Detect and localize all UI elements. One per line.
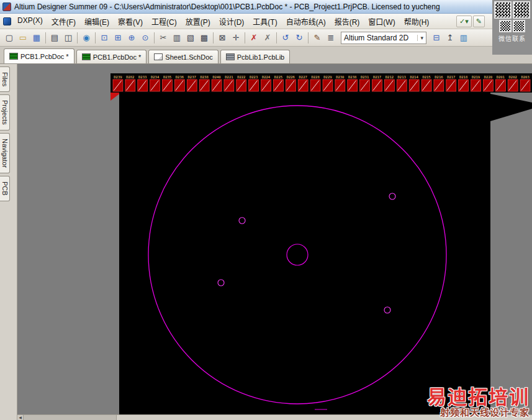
- open-document-button[interactable]: ▭: [16, 31, 30, 45]
- component-D202[interactable]: D202: [508, 75, 518, 91]
- doc-tab-label: Sheet1.SchDoc: [165, 53, 212, 61]
- panel-tab-projects[interactable]: Projects: [0, 94, 10, 130]
- component-D240[interactable]: D240: [212, 75, 222, 91]
- component-D219[interactable]: D219: [471, 75, 481, 91]
- menu-item-4[interactable]: 工程(C): [147, 14, 181, 29]
- component-D203[interactable]: D203: [520, 75, 530, 91]
- component-D215[interactable]: D215: [422, 75, 431, 91]
- panel-tab-navigator[interactable]: Navigator: [0, 133, 10, 173]
- component-D239[interactable]: D239: [113, 75, 123, 91]
- component-D226[interactable]: D226: [286, 75, 295, 91]
- menu-item-8[interactable]: 自动布线(A): [282, 14, 330, 29]
- svg-text:D230: D230: [336, 75, 344, 79]
- component-D229[interactable]: D229: [323, 75, 333, 91]
- print-preview-button[interactable]: ◫: [61, 31, 75, 45]
- view-style-dropdown[interactable]: Altium Standard 2D▾: [341, 32, 426, 44]
- zoom-selected-button[interactable]: ⊕: [125, 31, 138, 45]
- component-D234[interactable]: D234: [150, 75, 160, 91]
- component-D221[interactable]: D221: [224, 75, 234, 91]
- copy-button[interactable]: ▥: [170, 31, 184, 45]
- cut-button[interactable]: ✂: [156, 31, 170, 45]
- cross-probe-button[interactable]: ▥: [457, 31, 471, 45]
- up-hierarchy-button[interactable]: ↥: [443, 31, 457, 45]
- svg-text:D234: D234: [151, 75, 160, 79]
- component-D217[interactable]: D217: [372, 75, 382, 91]
- component-D223[interactable]: D223: [249, 75, 259, 91]
- find-similar-button[interactable]: ≣: [324, 31, 338, 45]
- new-document-button[interactable]: ▢: [2, 31, 16, 45]
- component-D282[interactable]: D282: [125, 75, 135, 91]
- paste-array-button[interactable]: ▩: [197, 31, 211, 45]
- zoom-fit-button[interactable]: ⊞: [111, 31, 125, 45]
- document-tabbar: PCB1.PcbDoc *PCB1.PcbDoc *Sheet1.SchDocP…: [0, 47, 532, 64]
- menu-item-10[interactable]: 窗口(W): [364, 14, 399, 29]
- toolbar-separator: [95, 32, 96, 43]
- menu-item-5[interactable]: 放置(P): [181, 14, 215, 29]
- paste-button[interactable]: ▧: [184, 31, 197, 45]
- component-D238[interactable]: D238: [199, 75, 209, 91]
- qr-row: [499, 20, 525, 32]
- component-D235[interactable]: D235: [163, 75, 173, 91]
- menu-item-1[interactable]: 文件(F): [47, 14, 80, 29]
- save-document-button[interactable]: ▦: [30, 31, 43, 45]
- print-button[interactable]: ▤: [48, 31, 61, 45]
- svg-text:D214: D214: [410, 75, 418, 79]
- component-D216[interactable]: D216: [434, 75, 444, 91]
- component-D218[interactable]: D218: [459, 75, 469, 91]
- panel-tab-strip: FilesProjectsNavigatorPCB: [0, 64, 17, 420]
- open-browser-button[interactable]: ◉: [79, 31, 93, 45]
- validate-check-dropdown-button[interactable]: ✓▾: [456, 16, 472, 27]
- svg-text:D215: D215: [422, 75, 430, 79]
- component-D220[interactable]: D220: [484, 75, 494, 91]
- undo-button[interactable]: ↺: [279, 31, 292, 45]
- pcb-drawing[interactable]: D239D282D233D234D235D236D237D238D240D221…: [17, 64, 532, 420]
- component-D212[interactable]: D212: [384, 75, 394, 91]
- component-D214[interactable]: D214: [409, 75, 419, 91]
- menu-item-0[interactable]: DXP(X): [13, 14, 47, 29]
- redo-button[interactable]: ↻: [292, 31, 306, 45]
- menu-item-11[interactable]: 帮助(H): [400, 14, 434, 29]
- component-D231[interactable]: D231: [360, 75, 370, 91]
- scroll-left-button[interactable]: ◀: [17, 415, 24, 420]
- component-D233[interactable]: D233: [138, 75, 148, 91]
- zoom-window-button[interactable]: ⊡: [97, 31, 111, 45]
- doc-tab-0[interactable]: PCB1.PcbDoc *: [4, 48, 74, 63]
- browse-library-button[interactable]: ⊟: [430, 31, 443, 45]
- menu-item-2[interactable]: 编辑(E): [80, 14, 114, 29]
- svg-text:D228: D228: [311, 75, 319, 79]
- panel-tab-pcb[interactable]: PCB: [0, 176, 10, 201]
- board-black-area[interactable]: [119, 93, 490, 414]
- component-D224[interactable]: D224: [261, 75, 271, 91]
- menu-item-3[interactable]: 察看(V): [114, 14, 147, 29]
- panel-tab-files[interactable]: Files: [0, 66, 10, 92]
- pcb-document-icon: [9, 53, 18, 60]
- component-D217[interactable]: D217: [446, 75, 456, 91]
- pcb-canvas[interactable]: D239D282D233D234D235D236D237D238D240D221…: [17, 64, 532, 420]
- component-D230[interactable]: D230: [335, 75, 345, 91]
- clear-selection-button[interactable]: ✗: [247, 31, 261, 45]
- menu-item-6[interactable]: 设计(D): [215, 14, 249, 29]
- menubar-right-buttons: ✓▾✎: [456, 16, 485, 27]
- select-area-button[interactable]: ⊠: [215, 31, 229, 45]
- component-D201[interactable]: D201: [495, 75, 505, 91]
- doc-tab-1[interactable]: PCB1.PcbDoc *: [76, 50, 147, 63]
- doc-tab-2[interactable]: Sheet1.SchDoc: [148, 50, 218, 63]
- move-object-button[interactable]: ✛: [229, 31, 243, 45]
- interactive-routing-button[interactable]: ✎: [310, 31, 324, 45]
- component-D237[interactable]: D237: [187, 75, 197, 91]
- scrollbar-thumb[interactable]: [24, 415, 117, 420]
- component-D228[interactable]: D228: [310, 75, 320, 91]
- component-D238[interactable]: D238: [348, 75, 358, 91]
- clear-filter-button[interactable]: ✗: [261, 31, 274, 45]
- toolbar-separator: [77, 32, 78, 43]
- menu-item-7[interactable]: 工具(T): [248, 14, 281, 29]
- doc-tab-3[interactable]: PcbLib1.PcbLib: [220, 50, 290, 63]
- snippet-button[interactable]: ✎: [473, 16, 485, 27]
- component-D236[interactable]: D236: [174, 75, 184, 91]
- component-D225[interactable]: D225: [274, 75, 284, 91]
- component-D213[interactable]: D213: [397, 75, 407, 91]
- component-D227[interactable]: D227: [298, 75, 308, 91]
- menu-item-9[interactable]: 报告(R): [330, 14, 364, 29]
- component-D222[interactable]: D222: [237, 75, 246, 91]
- zoom-previous-button[interactable]: ⊙: [138, 31, 152, 45]
